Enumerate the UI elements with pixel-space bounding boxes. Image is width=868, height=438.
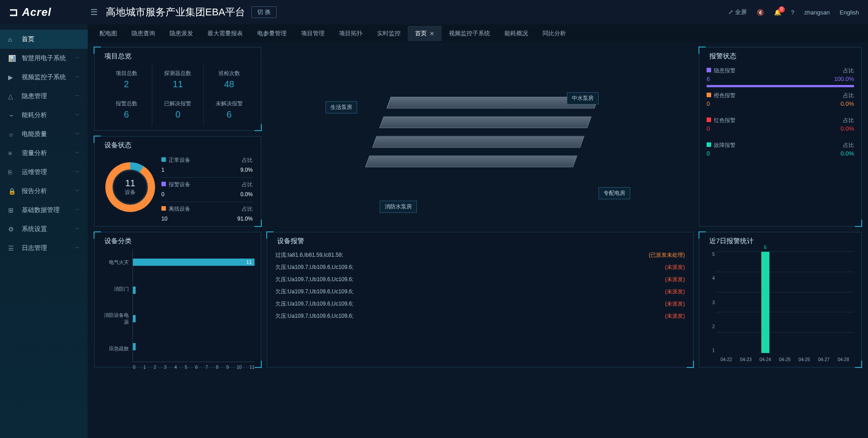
alarm-row[interactable]: 欠压:Ua109.7,Ub109.6,Uc109.6;(未派发) [274, 286, 687, 298]
volume-icon[interactable]: 🔇 [757, 9, 764, 16]
device-status-row-head: 离线设备占比 [161, 204, 253, 214]
device-status-row-val: 19.0% [161, 165, 253, 174]
chevron-down-icon: ﹀ [75, 131, 80, 137]
sidebar-item-11[interactable]: ☰日志管理﹀ [0, 239, 88, 258]
marker-life-pump[interactable]: 生活泵房 [326, 101, 357, 113]
overview-cell: 已解决报警0 [152, 95, 203, 126]
sidebar-label: 电能质量 [22, 130, 47, 138]
alarm-status: (未派发) [665, 312, 685, 320]
chevron-down-icon: ﹀ [75, 169, 80, 175]
alarm-row[interactable]: 欠压:Ua109.7,Ub109.6,Uc109.6;(未派发) [274, 310, 687, 322]
sidebar-item-9[interactable]: ⊞基础数据管理﹀ [0, 201, 88, 220]
sidebar-label: 报告分析 [22, 187, 47, 195]
chevron-down-icon: ﹀ [75, 55, 80, 61]
chevron-down-icon: ﹀ [75, 112, 80, 118]
device-alarm-panel: 设备报警 过流:Ia81.6,Ib81.59,Ic81.59;(已派发未处理)欠… [267, 232, 693, 367]
language-switch[interactable]: English [840, 9, 859, 16]
tab-label: 首页 [415, 29, 427, 38]
week-alarm-panel: 近7日报警统计 54321 5 04-2204-2304-2404-2504-2… [699, 232, 862, 367]
sidebar-icon: 🔒 [8, 188, 16, 195]
panel-title: 设备报警 [274, 237, 687, 245]
tab-item[interactable]: 视频监控子系统 [442, 26, 497, 41]
sidebar-item-5[interactable]: ☼电能质量﹀ [0, 125, 88, 144]
platform-title: 高地城市服务产业集团EBA平台 [106, 5, 245, 19]
alarm-state-row: 红色报警占比 00.0% [706, 114, 855, 139]
help-icon[interactable]: ? [791, 9, 794, 16]
sidebar-item-7[interactable]: ⎘运维管理﹀ [0, 163, 88, 182]
sidebar-item-0[interactable]: ⌂首页 [0, 30, 88, 49]
alarm-row[interactable]: 过流:Ia81.6,Ib81.59,Ic81.59;(已派发未处理) [274, 249, 687, 261]
sidebar-label: 能耗分析 [22, 111, 47, 119]
sidebar-item-1[interactable]: 📊智慧用电子系统﹀ [0, 49, 88, 68]
tab-item[interactable]: 电参量管理 [250, 26, 294, 41]
alarm-row[interactable]: 欠压:Ua109.7,Ub109.6,Uc109.6;(未派发) [274, 261, 687, 273]
header: Acrel ☰ 高地城市服务产业集团EBA平台 切 换 ⤢ 全屏 🔇 🔔0 ? … [0, 0, 868, 24]
sidebar-item-6[interactable]: ≡需量分析﹀ [0, 144, 88, 163]
tab-item[interactable]: 能耗概况 [497, 26, 535, 41]
marker-power-room[interactable]: 专配电房 [599, 187, 630, 199]
alarm-row[interactable]: 欠压:Ua109.7,Ub109.6,Uc109.6;(未派发) [274, 273, 687, 286]
tab-label: 项目管理 [301, 30, 325, 37]
alarm-message: 欠压:Ua109.7,Ub109.6,Uc109.6; [275, 288, 354, 296]
week-bar: 5 [761, 252, 769, 353]
tab-item[interactable]: 隐患派发 [162, 26, 200, 41]
tab-item[interactable]: 项目管理 [294, 26, 332, 41]
overview-label: 巡检次数 [218, 70, 240, 77]
tab-item[interactable]: 项目拓扑 [332, 26, 370, 41]
overview-label: 探测器总数 [164, 70, 191, 77]
building-model [362, 97, 599, 177]
category-label: 电气火灾 [101, 259, 129, 266]
marker-fire-pump[interactable]: 消防水泵房 [380, 201, 417, 213]
close-icon[interactable]: ✕ [429, 30, 434, 37]
alarm-status: (已派发未处理) [649, 251, 685, 259]
sidebar-item-3[interactable]: △隐患管理﹀ [0, 87, 88, 106]
panel-title: 设备分类 [101, 237, 255, 245]
overview-value: 6 [226, 109, 231, 120]
alarm-message: 欠压:Ua109.7,Ub109.6,Uc109.6; [275, 300, 354, 308]
user-name[interactable]: zhangsan [804, 9, 830, 16]
sidebar-label: 视频监控子系统 [22, 73, 66, 81]
alarm-state-row: 橙色报警占比 00.0% [706, 89, 855, 114]
marker-mid-water[interactable]: 中水泵房 [567, 92, 599, 104]
device-category-panel: 设备分类 电气火灾消防门消防设备电源应急疏散 01234567891011 11 [94, 232, 261, 367]
alarm-status: (未派发) [665, 276, 685, 283]
building-3d-view[interactable]: 生活泵房 中水泵房 专配电房 消防水泵房 [267, 47, 693, 226]
device-status-row-head: 报警设备占比 [161, 179, 253, 190]
category-label: 应急疏散 [101, 345, 129, 352]
alarm-state-panel: 报警状态 隐患报警占比 6100.0% 橙色报警占比 00.0% 红色报警占比 … [699, 47, 862, 226]
tab-label: 能耗概况 [505, 30, 528, 37]
overview-label: 已解决报警 [164, 100, 191, 108]
sidebar-item-10[interactable]: ⚙系统设置﹀ [0, 220, 88, 239]
tab-item[interactable]: 首页 ✕ [408, 26, 442, 41]
tab-item[interactable]: 同比分析 [535, 26, 573, 41]
sidebar-item-8[interactable]: 🔒报告分析﹀ [0, 182, 88, 201]
overview-label: 报警总数 [116, 100, 137, 108]
tab-item[interactable]: 隐患查询 [124, 26, 162, 41]
tab-item[interactable]: 配电图 [92, 26, 124, 41]
sidebar-item-2[interactable]: ▶视频监控子系统﹀ [0, 68, 88, 87]
alarm-message: 欠压:Ua109.7,Ub109.6,Uc109.6; [275, 264, 354, 271]
alarm-state-row: 故障报警占比 00.0% [706, 139, 855, 164]
tab-label: 项目拓扑 [339, 30, 363, 37]
fullscreen-button[interactable]: ⤢ 全屏 [728, 8, 747, 16]
sidebar-item-4[interactable]: ⫟能耗分析﹀ [0, 106, 88, 125]
alarm-row[interactable]: 欠压:Ua109.7,Ub109.6,Uc109.6;(未派发) [274, 298, 687, 310]
chevron-down-icon: ﹀ [75, 207, 80, 213]
tab-item[interactable]: 实时监控 [370, 26, 408, 41]
alarm-status: (未派发) [665, 288, 685, 296]
switch-button[interactable]: 切 换 [251, 6, 277, 18]
device-status-row-val: 00.0% [161, 190, 253, 199]
logo: Acrel [9, 6, 90, 19]
category-bar: 11 [133, 259, 255, 266]
sidebar-icon: ⊞ [8, 207, 16, 214]
tab-item[interactable]: 最大需量报表 [200, 26, 250, 41]
category-bar [133, 343, 136, 350]
sidebar-icon: ☼ [8, 131, 16, 138]
alarm-state-row: 隐患报警占比 6100.0% [706, 64, 855, 89]
device-status-row-val: 1091.0% [161, 214, 253, 223]
bell-icon[interactable]: 🔔0 [774, 9, 781, 16]
sidebar-icon: ⎘ [8, 169, 16, 176]
sidebar-label: 运维管理 [22, 168, 47, 176]
menu-toggle-icon[interactable]: ☰ [90, 7, 98, 17]
tab-label: 配电图 [99, 30, 117, 37]
